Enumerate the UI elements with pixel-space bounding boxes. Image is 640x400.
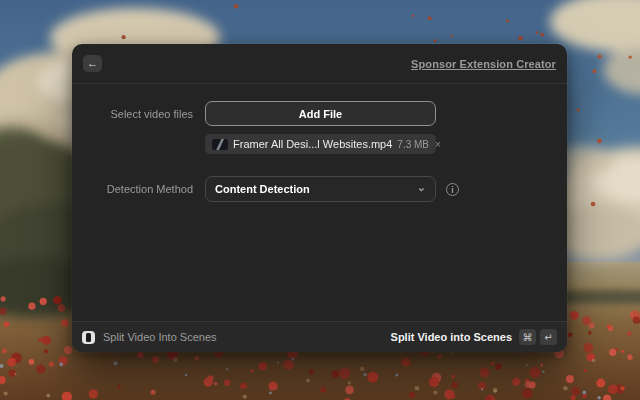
return-key-icon: ↵ <box>540 329 557 345</box>
selected-file-area: Framer All Desi...l Websites.mp4 7.3 MB … <box>205 134 436 154</box>
info-icon[interactable]: i <box>446 183 459 196</box>
file-select-row: Select video files Add File Framer All D… <box>72 101 567 154</box>
file-size: 7.3 MB <box>397 139 429 150</box>
window-header: ← Sponsor Extension Creator <box>72 44 567 84</box>
command-title: Split Video Into Scenes <box>103 331 217 343</box>
detection-method-row: Detection Method Content Detection ⌄ i <box>72 176 567 202</box>
file-select-control: Add File Framer All Desi...l Websites.mp… <box>205 101 436 154</box>
extension-icon <box>82 331 95 344</box>
detection-method-label: Detection Method <box>72 183 193 195</box>
back-arrow-icon: ← <box>87 58 98 69</box>
shortcut-keys: ⌘ ↵ <box>519 329 557 345</box>
remove-file-icon[interactable]: × <box>435 139 441 150</box>
back-button[interactable]: ← <box>83 55 102 72</box>
add-file-button-label: Add File <box>299 108 342 120</box>
sponsor-extension-creator-link[interactable]: Sponsor Extension Creator <box>411 58 556 70</box>
file-select-label: Select video files <box>72 108 193 120</box>
action-bar: Split Video Into Scenes Split Video into… <box>72 321 567 352</box>
add-file-button[interactable]: Add File <box>205 101 436 126</box>
file-name: Framer All Desi...l Websites.mp4 <box>233 138 392 150</box>
video-thumbnail-icon <box>212 139 228 150</box>
detection-method-dropdown[interactable]: Content Detection ⌄ <box>205 176 436 202</box>
detection-method-value: Content Detection <box>215 183 310 195</box>
command-key-icon: ⌘ <box>519 329 536 345</box>
primary-action-label[interactable]: Split Video into Scenes <box>391 331 512 343</box>
form-content: Select video files Add File Framer All D… <box>72 84 567 202</box>
extension-window: ← Sponsor Extension Creator Select video… <box>72 44 567 352</box>
file-chip[interactable]: Framer All Desi...l Websites.mp4 7.3 MB … <box>205 134 436 154</box>
detection-method-control: Content Detection ⌄ <box>205 176 436 202</box>
